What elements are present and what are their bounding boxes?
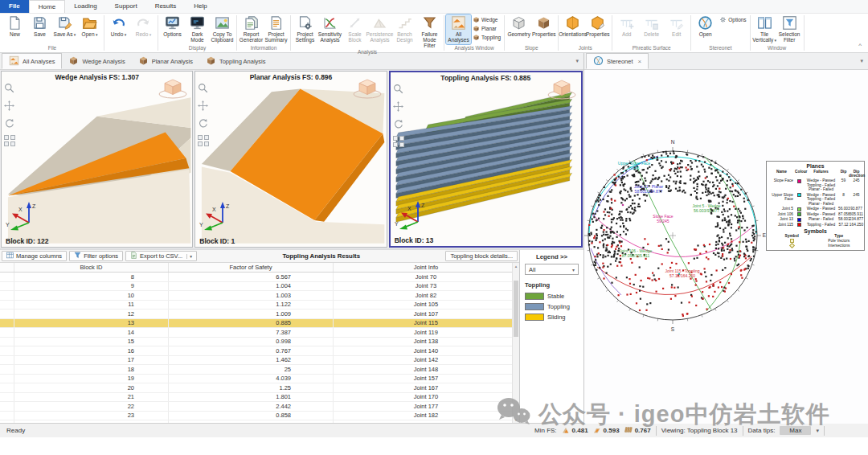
- cell-joint-info: Joint 140: [334, 346, 519, 355]
- orientation-cube-icon[interactable]: [547, 77, 577, 105]
- table-row[interactable]: 91.004Joint 73: [0, 282, 519, 292]
- zoom-icon[interactable]: [393, 83, 404, 97]
- export-csv-button[interactable]: Export to CSV... ▾: [125, 251, 197, 261]
- view-option-icons[interactable]: [4, 135, 15, 146]
- tab-planar-analysis[interactable]: Planar Analysis: [132, 53, 199, 69]
- export-dropdown-icon[interactable]: ▾: [186, 254, 192, 259]
- table-row[interactable]: 130.885Joint 115: [0, 319, 519, 329]
- geometry-button[interactable]: Geometry: [506, 14, 531, 44]
- view-option-icons[interactable]: [393, 136, 404, 147]
- properties-button[interactable]: Properties: [585, 14, 610, 44]
- planar-button[interactable]: Planar: [471, 24, 502, 33]
- ribbon-tab-support[interactable]: Support: [106, 0, 146, 13]
- manage-columns-button[interactable]: Manage columns: [2, 251, 67, 261]
- table-row[interactable]: 222.442Joint 177: [0, 402, 519, 412]
- scroll-down-icon[interactable]: ▾: [513, 417, 519, 422]
- legend-title[interactable]: Legend >>: [525, 253, 579, 260]
- chevron-down-icon[interactable]: ▾: [860, 58, 863, 64]
- button-label: Tile Vertically: [752, 31, 773, 43]
- zoom-icon[interactable]: [4, 82, 15, 96]
- stereonet-view[interactable]: NESWUpper Slope Face8/245Joint 13 - Plan…: [584, 70, 868, 424]
- toppling-block-details-button[interactable]: Toppling block details...: [445, 251, 518, 261]
- sensitivity-analysis-button[interactable]: Sensitivity Analysis: [317, 14, 342, 48]
- column-header[interactable]: Factor of Safety: [169, 263, 334, 272]
- chevron-down-icon[interactable]: ▾: [575, 58, 579, 64]
- table-row[interactable]: 86.567Joint 70: [0, 273, 519, 282]
- cell-block-id: 24: [14, 420, 169, 423]
- options-button[interactable]: Options: [718, 15, 747, 24]
- table-row[interactable]: 121.009Joint 107: [0, 309, 519, 319]
- tile-vertical-icon: [757, 15, 772, 31]
- legend-label: Sliding: [547, 314, 566, 321]
- pan-icon[interactable]: [4, 100, 15, 114]
- data-tips-select[interactable]: Max: [780, 426, 811, 435]
- legend-filter-select[interactable]: All ▾: [525, 264, 579, 275]
- table-row[interactable]: 160.767Joint 140: [0, 346, 519, 356]
- project-summary-button[interactable]: Project Summary: [264, 14, 289, 44]
- ribbon-tab-help[interactable]: Help: [185, 0, 215, 13]
- view-option-icons[interactable]: [198, 135, 209, 146]
- table-row[interactable]: 1825Joint 148: [0, 365, 519, 375]
- scroll-up-icon[interactable]: ▴: [513, 264, 519, 268]
- all-analyses-button[interactable]: All Analyses: [446, 14, 471, 44]
- column-header[interactable]: Joint Info: [334, 263, 519, 272]
- table-row[interactable]: 230.858Joint 182: [0, 412, 519, 421]
- tab-all-analyses[interactable]: All Analyses: [2, 53, 62, 69]
- tab-stereonet[interactable]: Stereonet×: [586, 53, 649, 69]
- dark-mode-button[interactable]: Dark Mode: [185, 14, 210, 44]
- rotate-icon[interactable]: [198, 117, 209, 132]
- rotate-icon[interactable]: [4, 117, 15, 132]
- table-row[interactable]: 101.003Joint 82: [0, 291, 519, 301]
- table-row[interactable]: 147.387Joint 119: [0, 328, 519, 338]
- table-row[interactable]: 194.039Joint 157: [0, 375, 519, 384]
- wedge-analysis-panel[interactable]: Wedge Analysis FS: 1.307 ZXY Block ID: 1…: [1, 71, 193, 248]
- ribbon-tab-file[interactable]: File: [0, 0, 29, 13]
- report-generator-button[interactable]: Report Generator: [239, 14, 264, 44]
- properties-button[interactable]: Properties: [531, 14, 556, 44]
- save-button[interactable]: Save: [27, 14, 52, 44]
- table-scrollbar[interactable]: ▴ ▾: [512, 263, 519, 423]
- ribbon-tab-results[interactable]: Results: [146, 0, 186, 13]
- planar-analysis-panel[interactable]: Planar Analysis FS: 0.896 ZXY Block ID: …: [194, 71, 387, 248]
- copy-to-clipboard-button[interactable]: Copy To Clipboard: [210, 14, 235, 44]
- undo-button[interactable]: Undo ▾: [106, 14, 131, 44]
- new-button[interactable]: New: [2, 14, 27, 44]
- open-button[interactable]: Open: [693, 14, 718, 44]
- ribbon-tab-home[interactable]: Home: [29, 0, 65, 13]
- toppling-button[interactable]: Toppling: [471, 33, 502, 42]
- tab-toppling-analysis[interactable]: Toppling Analysis: [199, 53, 272, 69]
- toppling-analysis-panel[interactable]: Toppling Analysis FS: 0.885 ZXY Block ID…: [389, 71, 583, 248]
- rotate-icon[interactable]: [393, 118, 404, 133]
- table-row[interactable]: 150.998Joint 138: [0, 338, 519, 347]
- selection-filter-button[interactable]: Selection Filter: [777, 14, 802, 44]
- orientation-cube-icon[interactable]: [352, 76, 383, 104]
- failure-mode-filter-button[interactable]: Failure Mode Filter: [417, 14, 442, 48]
- close-icon[interactable]: ×: [638, 58, 642, 65]
- table-row[interactable]: 211.801Joint 170: [0, 393, 519, 403]
- table-row[interactable]: 111.122Joint 105: [0, 301, 519, 310]
- button-label: Orientations: [559, 31, 587, 37]
- filter-options-button[interactable]: Filter options: [69, 251, 123, 261]
- tile-vertically-button[interactable]: Tile Vertically ▾: [752, 14, 777, 44]
- options-button[interactable]: Options: [160, 14, 185, 44]
- collapse-ribbon-icon[interactable]: ^: [858, 42, 862, 49]
- pan-icon[interactable]: [198, 100, 209, 114]
- column-header[interactable]: Block ID: [14, 263, 169, 272]
- tab-wedge-analysis[interactable]: Wedge Analysis: [62, 53, 131, 69]
- table-row[interactable]: 201.25Joint 167: [0, 383, 519, 393]
- orientations-button[interactable]: Orientations: [560, 14, 585, 44]
- orientation-cube-icon[interactable]: [158, 76, 188, 104]
- svg-text:Y: Y: [199, 222, 203, 228]
- table-row[interactable]: 171.462Joint 142: [0, 356, 519, 366]
- project-settings-button[interactable]: Project Settings: [293, 14, 317, 48]
- scrollbar-thumb[interactable]: [514, 281, 518, 337]
- chevron-down-icon[interactable]: ▾: [816, 428, 819, 434]
- wedge-button[interactable]: Wedge: [471, 15, 502, 24]
- open-button[interactable]: Open ▾: [77, 14, 102, 44]
- pan-icon[interactable]: [393, 100, 404, 115]
- ribbon-tab-loading[interactable]: Loading: [65, 0, 105, 13]
- gutter-header: [0, 263, 14, 272]
- save-as-button[interactable]: Save As ▾: [52, 14, 77, 44]
- table-row[interactable]: 240.673Joint 184: [0, 420, 519, 423]
- zoom-icon[interactable]: [198, 82, 209, 96]
